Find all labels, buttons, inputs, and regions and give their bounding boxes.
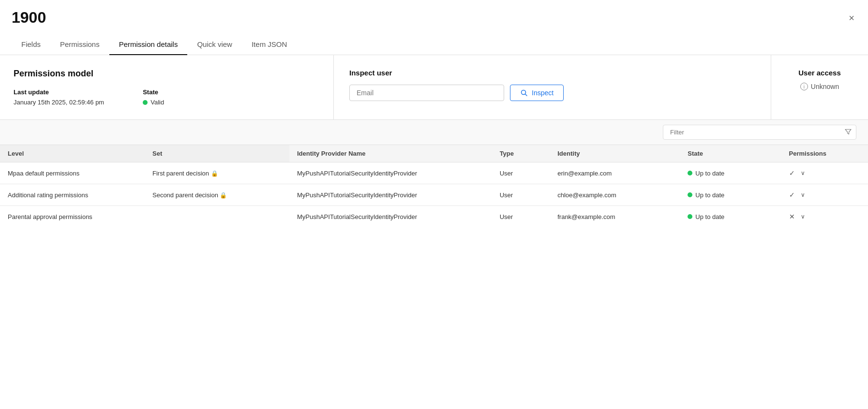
- cell-identity: erin@example.com: [550, 162, 680, 184]
- chevron-down-icon[interactable]: ∨: [801, 213, 805, 220]
- email-input[interactable]: [349, 85, 504, 101]
- close-button[interactable]: ×: [847, 11, 856, 25]
- tab-item-json[interactable]: Item JSON: [242, 34, 297, 55]
- user-access-title: User access: [783, 69, 856, 77]
- cross-icon: ✕: [789, 213, 795, 220]
- search-icon: [520, 89, 528, 97]
- tab-permission-details[interactable]: Permission details: [109, 34, 188, 55]
- chevron-down-icon[interactable]: ∨: [801, 191, 805, 198]
- window-header: 1900 ×: [0, 0, 868, 27]
- filter-bar: [0, 120, 868, 145]
- cell-set: First parent decision 🔒: [145, 162, 289, 184]
- cell-state: Up to date: [680, 184, 781, 206]
- window: 1900 × Fields Permissions Permission det…: [0, 0, 868, 409]
- user-access-panel: User access i Unknown: [771, 55, 868, 119]
- idpname-text: MyPushAPITutorialSecurityIdentityProvide…: [297, 191, 417, 199]
- last-update-section: Last update January 15th 2025, 02:59:46 …: [14, 88, 320, 106]
- last-update-group: Last update January 15th 2025, 02:59:46 …: [14, 88, 104, 106]
- tab-quick-view[interactable]: Quick view: [187, 34, 242, 55]
- last-update-value: January 15th 2025, 02:59:46 pm: [14, 99, 104, 106]
- cell-permissions: ✕∨: [781, 206, 868, 228]
- col-header-identity: Identity: [550, 145, 680, 162]
- col-header-set: Set: [145, 145, 289, 162]
- cell-state: Up to date: [680, 162, 781, 184]
- cell-set: [145, 206, 289, 228]
- col-header-permissions: Permissions: [781, 145, 868, 162]
- state-label-text: Up to date: [695, 170, 724, 177]
- inspect-button-label: Inspect: [532, 89, 554, 97]
- col-header-level: Level: [0, 145, 145, 162]
- permissions-model-title: Permissions model: [14, 69, 320, 79]
- tab-fields[interactable]: Fields: [12, 34, 50, 55]
- cell-level: Mpaa default permissions: [0, 162, 145, 184]
- cell-permissions: ✓∨: [781, 162, 868, 184]
- check-icon: ✓: [789, 169, 795, 177]
- col-header-type: Type: [492, 145, 550, 162]
- state-label-text: Up to date: [695, 213, 724, 220]
- last-update-label: Last update: [14, 88, 104, 96]
- state-text: Valid: [150, 99, 164, 106]
- state-label: State: [143, 88, 164, 96]
- col-header-state: State: [680, 145, 781, 162]
- lock-icon: 🔒: [211, 170, 218, 177]
- lock-icon: 🔒: [220, 192, 227, 199]
- filter-input-wrap: [663, 125, 856, 140]
- cell-permissions: ✓∨: [781, 184, 868, 206]
- filter-input[interactable]: [663, 125, 856, 140]
- state-value: Valid: [143, 99, 164, 106]
- table-outer: Level Set Identity Provider Name Type Id…: [0, 120, 868, 409]
- idpname-text: MyPushAPITutorialSecurityIdentityProvide…: [297, 170, 417, 177]
- filter-icon: [845, 128, 852, 136]
- state-dot: [688, 171, 692, 175]
- set-text: Second parent decision: [152, 191, 218, 199]
- cell-state: Up to date: [680, 206, 781, 228]
- table-row: Mpaa default permissionsFirst parent dec…: [0, 162, 868, 184]
- cell-level: Additional rating permissions: [0, 184, 145, 206]
- inspect-user-title: Inspect user: [349, 69, 755, 77]
- table-row: Additional rating permissionsSecond pare…: [0, 184, 868, 206]
- cell-idpname: MyPushAPITutorialSecurityIdentityProvide…: [289, 162, 492, 184]
- state-group: State Valid: [143, 88, 164, 106]
- table-header-row: Level Set Identity Provider Name Type Id…: [0, 145, 868, 162]
- permissions-model-panel: Permissions model Last update January 15…: [0, 55, 334, 119]
- info-icon: i: [800, 83, 808, 90]
- cell-set: Second parent decision 🔒: [145, 184, 289, 206]
- permissions-table: Level Set Identity Provider Name Type Id…: [0, 145, 868, 227]
- cell-type: User: [492, 206, 550, 228]
- cell-level: Parental approval permissions: [0, 206, 145, 228]
- tab-permissions[interactable]: Permissions: [50, 34, 109, 55]
- user-access-status: Unknown: [811, 83, 839, 90]
- cell-type: User: [492, 162, 550, 184]
- inspect-button[interactable]: Inspect: [510, 85, 564, 101]
- inspect-user-panel: Inspect user Inspect: [334, 55, 771, 119]
- table-row: Parental approval permissionsMyPushAPITu…: [0, 206, 868, 228]
- cell-idpname: MyPushAPITutorialSecurityIdentityProvide…: [289, 206, 492, 228]
- window-title: 1900: [12, 9, 46, 27]
- user-access-value: i Unknown: [800, 83, 839, 90]
- svg-line-1: [525, 94, 527, 96]
- cell-type: User: [492, 184, 550, 206]
- chevron-down-icon[interactable]: ∨: [801, 170, 805, 176]
- table-wrap: Level Set Identity Provider Name Type Id…: [0, 145, 868, 227]
- cell-idpname: MyPushAPITutorialSecurityIdentityProvide…: [289, 184, 492, 206]
- state-dot-green: [143, 100, 148, 105]
- state-dot: [688, 214, 692, 219]
- tab-bar: Fields Permissions Permission details Qu…: [0, 34, 868, 55]
- cell-identity: frank@example.com: [550, 206, 680, 228]
- inspect-row: Inspect: [349, 85, 755, 101]
- check-icon: ✓: [789, 191, 795, 199]
- state-label-text: Up to date: [695, 191, 724, 199]
- col-header-idpname: Identity Provider Name: [289, 145, 492, 162]
- state-dot: [688, 192, 692, 197]
- cell-identity: chloe@example.com: [550, 184, 680, 206]
- set-text: First parent decision: [152, 170, 209, 177]
- idpname-text: MyPushAPITutorialSecurityIdentityProvide…: [297, 213, 417, 220]
- top-section: Permissions model Last update January 15…: [0, 55, 868, 120]
